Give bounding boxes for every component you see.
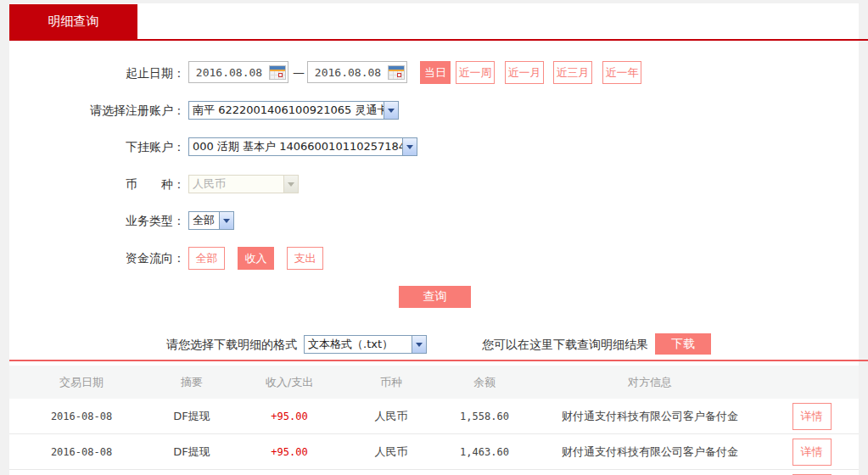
- register-account-select[interactable]: 南平 6222001406100921065 灵通卡: [188, 101, 399, 120]
- header-counterparty: 对方信息: [535, 375, 764, 390]
- chevron-down-icon: [283, 176, 298, 193]
- cell-amount: +95.00: [230, 411, 349, 422]
- detail-button[interactable]: 详情: [792, 439, 832, 466]
- currency-label: 币 种：: [9, 175, 185, 193]
- date-to-value: 2016.08.08: [308, 66, 388, 79]
- fund-flow-label: 资金流向：: [9, 247, 185, 270]
- header-currency: 币种: [349, 375, 434, 390]
- cell-trade-date: 2016-08-08: [9, 446, 154, 458]
- download-hint: 您可以在这里下载查询明细结果: [482, 334, 648, 355]
- cell-currency: 人民币: [349, 409, 434, 424]
- cell-counterparty: 财付通支付科技有限公司客户备付金: [535, 409, 764, 424]
- tab-underline: [9, 39, 868, 41]
- cell-summary: DF提现: [154, 444, 230, 460]
- quick-month-button[interactable]: 近一月: [505, 61, 544, 84]
- calendar-icon[interactable]: [269, 65, 286, 80]
- chevron-down-icon[interactable]: [402, 138, 417, 155]
- cell-balance: 1,463.60: [434, 446, 535, 458]
- table-row: 2016-08-08 DF提现 +95.00 人民币 1,463.60 财付通支…: [9, 434, 859, 470]
- header-income-expense: 收入/支出: [230, 375, 349, 390]
- header-trade-date: 交易日期: [9, 375, 154, 390]
- flow-income-button-selected[interactable]: 收入: [238, 247, 274, 270]
- header-summary: 摘要: [154, 375, 230, 390]
- quick-three-months-button[interactable]: 近三月: [553, 61, 592, 84]
- download-format-value: 文本格式（.txt）: [305, 336, 412, 353]
- table-header-row: 交易日期 摘要 收入/支出 币种 余额 对方信息: [9, 366, 859, 399]
- chevron-down-icon[interactable]: [412, 336, 426, 353]
- section-divider: [9, 360, 868, 361]
- date-from-value: 2016.08.08: [189, 66, 269, 79]
- flow-all-button[interactable]: 全部: [188, 247, 225, 270]
- register-account-label: 请选择注册账户：: [9, 101, 185, 120]
- register-account-value: 南平 6222001406100921065 灵通卡: [189, 102, 384, 119]
- cell-counterparty: 财付通支付科技有限公司客户备付金: [535, 444, 764, 460]
- header-balance: 余额: [434, 375, 535, 390]
- detail-button[interactable]: 详情: [792, 403, 832, 430]
- sub-account-select[interactable]: 000 活期 基本户 1406600101102571848: [188, 137, 417, 156]
- chevron-down-icon[interactable]: [219, 212, 233, 229]
- tab-detail-query[interactable]: 明细查询: [9, 4, 137, 39]
- download-format-label: 请您选择下载明细的格式: [166, 334, 297, 355]
- calendar-icon[interactable]: [388, 65, 405, 80]
- download-button[interactable]: 下载: [655, 333, 711, 355]
- cell-summary: DF提现: [154, 409, 230, 424]
- currency-select-disabled: 人民币: [188, 175, 299, 193]
- date-range-label: 起止日期：: [9, 61, 185, 85]
- cell-balance: 1,558.60: [434, 411, 535, 422]
- date-to-input[interactable]: 2016.08.08: [307, 61, 407, 83]
- table-row-partial: 详情: [9, 470, 859, 475]
- sub-account-value: 000 活期 基本户 1406600101102571848: [189, 138, 402, 155]
- quick-today-button[interactable]: 当日: [420, 61, 451, 84]
- download-format-select[interactable]: 文本格式（.txt）: [304, 335, 427, 354]
- results-table: 交易日期 摘要 收入/支出 币种 余额 对方信息 2016-08-08 DF提现…: [9, 366, 859, 475]
- quick-week-button[interactable]: 近一周: [456, 61, 495, 84]
- chevron-down-icon[interactable]: [384, 102, 398, 119]
- table-row: 2016-08-08 DF提现 +95.00 人民币 1,558.60 财付通支…: [9, 399, 859, 434]
- sub-account-label: 下挂账户：: [9, 137, 185, 156]
- currency-value: 人民币: [189, 176, 283, 193]
- main-panel: 明细查询 起止日期： 2016.08.08 — 2016.08.08 当日 近一…: [9, 3, 859, 475]
- cell-currency: 人民币: [349, 444, 434, 460]
- business-type-label: 业务类型：: [9, 211, 185, 230]
- query-button[interactable]: 查询: [399, 286, 471, 308]
- quick-year-button[interactable]: 近一年: [602, 61, 641, 84]
- date-separator: —: [290, 61, 307, 83]
- cell-trade-date: 2016-08-08: [9, 411, 154, 422]
- business-type-value: 全部: [189, 212, 219, 229]
- cell-amount: +95.00: [230, 446, 349, 458]
- business-type-select[interactable]: 全部: [188, 211, 234, 230]
- flow-expense-button[interactable]: 支出: [287, 247, 323, 270]
- date-from-input[interactable]: 2016.08.08: [188, 61, 288, 83]
